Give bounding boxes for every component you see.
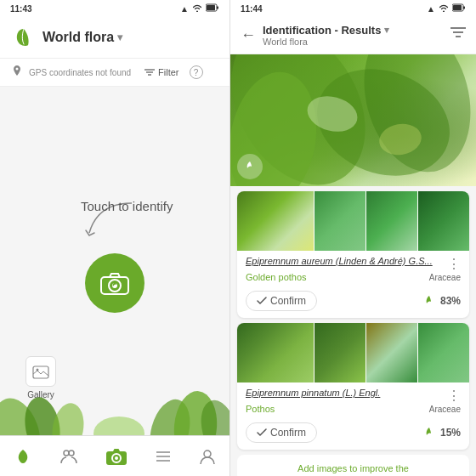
checkmark-icon-2: [257, 428, 267, 437]
result-image-2: [314, 191, 366, 251]
time-left: 11:43: [10, 4, 32, 14]
dropdown-icon-right: ▾: [384, 25, 389, 36]
camera-button[interactable]: [85, 253, 144, 313]
dropdown-icon: ▾: [117, 31, 122, 43]
result-info-2: Epipremnum pinnatum (L.) Engl. ⋮ Pothos …: [237, 382, 469, 419]
plant-icon-2: [422, 426, 437, 439]
battery-icon: [206, 3, 219, 14]
confidence-1: 83%: [422, 294, 461, 308]
family-name-2: Araceae: [429, 405, 461, 414]
scientific-name-1[interactable]: Epipremnum aureum (Linden & André) G.S..…: [246, 256, 447, 266]
gallery-label: Gallery: [27, 390, 54, 400]
svg-point-22: [115, 456, 118, 460]
family-name-1: Araceae: [429, 273, 461, 282]
status-bar-left: 11:43 ▲: [0, 0, 230, 17]
common-name-2: Pothos: [246, 404, 275, 414]
scientific-name-2[interactable]: Epipremnum pinnatum (L.) Engl.: [246, 388, 447, 398]
filter-icon-right[interactable]: [450, 26, 466, 44]
app-header-left: World flora ▾: [0, 17, 230, 59]
app-header-right: ← Identification - Results ▾ World flora: [230, 17, 476, 54]
header-main-title: Identification - Results ▾: [263, 24, 444, 37]
leaf-badge: [237, 154, 263, 179]
status-bar-right: 11:44 ▲: [230, 0, 476, 17]
app-title[interactable]: World flora ▾: [42, 30, 122, 45]
result-image-3: [366, 191, 417, 251]
header-subtitle: World flora: [263, 37, 444, 47]
svg-rect-28: [453, 5, 462, 10]
time-right: 11:44: [241, 4, 263, 14]
back-button[interactable]: ←: [241, 26, 256, 44]
status-icons-right: ▲: [427, 3, 466, 14]
status-icons-left: ▲: [180, 3, 219, 14]
app-logo: [12, 26, 36, 49]
more-button-1[interactable]: ⋮: [447, 256, 461, 272]
signal-icon-right: ▲: [427, 4, 435, 14]
header-title-group: Identification - Results ▾ World flora: [263, 24, 444, 47]
result-images-1: [237, 191, 469, 251]
svg-point-18: [64, 450, 69, 456]
result-image-5: [314, 323, 366, 382]
add-images-label: Add images to improve the: [298, 463, 409, 473]
result-image-4: [418, 191, 469, 251]
svg-rect-29: [463, 7, 465, 9]
nav-item-list[interactable]: [155, 449, 172, 464]
result-name-row-2: Epipremnum pinnatum (L.) Engl. ⋮: [246, 388, 461, 404]
result-info-1: Epipremnum aureum (Linden & André) G.S..…: [237, 251, 469, 287]
left-phone: 11:43 ▲ World flora ▾ GPS coordinates no…: [0, 0, 230, 476]
signal-icon: ▲: [180, 4, 189, 14]
bottom-nav-left: [0, 435, 230, 476]
filter-button[interactable]: Filter: [144, 67, 178, 77]
wifi-icon-right: [439, 3, 449, 14]
main-content: Touch to identify Gallery: [0, 87, 230, 476]
svg-rect-2: [217, 7, 218, 9]
result-images-2: [237, 323, 469, 382]
hero-image: [230, 54, 476, 186]
gps-label: GPS coordinates not found: [29, 68, 131, 77]
confirm-button-2[interactable]: Confirm: [246, 422, 317, 443]
result-actions-2: Confirm 15%: [237, 419, 469, 450]
hero-leaf-svg: [230, 54, 476, 186]
wifi-icon: [192, 3, 202, 14]
right-phone: 11:44 ▲ ← Identification - Results ▾ Wor…: [230, 0, 476, 476]
confirm-button-1[interactable]: Confirm: [246, 291, 317, 311]
gallery-icon: [26, 356, 56, 387]
result-card-2: Epipremnum pinnatum (L.) Engl. ⋮ Pothos …: [237, 323, 469, 450]
result-actions-1: Confirm 83%: [237, 287, 469, 318]
checkmark-icon-1: [257, 297, 267, 305]
gps-icon: [12, 65, 22, 79]
plant-icon-1: [422, 294, 437, 308]
nav-item-people[interactable]: [60, 448, 78, 465]
result-image-main-1: [237, 191, 314, 251]
results-scroll[interactable]: Epipremnum aureum (Linden & André) G.S..…: [230, 186, 476, 476]
battery-icon-right: [452, 3, 466, 14]
camera-icon: [99, 270, 130, 296]
result-name-row-1: Epipremnum aureum (Linden & André) G.S..…: [246, 256, 461, 272]
svg-rect-1: [207, 5, 215, 10]
result-card-1: Epipremnum aureum (Linden & André) G.S..…: [237, 191, 469, 318]
add-images-bar[interactable]: Add images to improve the: [237, 455, 469, 476]
identify-label: Touch to identify: [81, 199, 173, 213]
result-image-main-2: [237, 323, 314, 382]
more-button-2[interactable]: ⋮: [447, 388, 461, 404]
nav-item-camera[interactable]: [105, 447, 128, 466]
result-image-7: [418, 323, 469, 382]
svg-point-26: [204, 450, 211, 457]
help-icon[interactable]: ?: [190, 65, 203, 79]
common-name-1: Golden pothos: [246, 272, 307, 282]
filter-label: Filter: [158, 67, 178, 77]
gallery-button[interactable]: Gallery: [26, 356, 56, 400]
svg-point-19: [69, 450, 74, 456]
nav-item-plant[interactable]: [14, 448, 32, 465]
confidence-2: 15%: [422, 426, 461, 439]
toolbar-left: GPS coordinates not found Filter ?: [0, 59, 230, 87]
nav-item-profile[interactable]: [199, 448, 216, 465]
result-image-6: [366, 323, 417, 382]
